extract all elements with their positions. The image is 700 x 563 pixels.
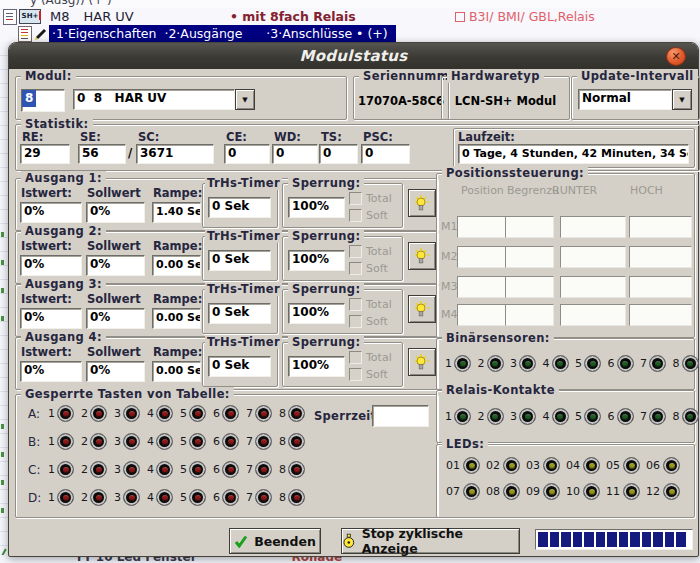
close-icon[interactable]: ✕ [666, 47, 686, 66]
led-row-c: 12345678 [48, 461, 312, 478]
module-id: M8 [50, 9, 70, 24]
lamp-button[interactable] [408, 295, 436, 323]
led-lamp-icon [222, 433, 239, 450]
led-indicator: 1 [445, 355, 471, 372]
blinking-lamp-icon [342, 533, 356, 549]
update-intervall-combobox[interactable]: Normal ▼ [578, 89, 692, 110]
stat-label-sc: SC: [138, 130, 159, 144]
led-indicator: 01 [445, 457, 485, 474]
group-leds: LEDs: 010203040506070809101112 [436, 444, 695, 518]
led-lamp-icon [682, 408, 699, 425]
lamp-button[interactable] [408, 189, 436, 217]
led-lamp-icon [123, 405, 140, 422]
led-lamp-icon [623, 457, 640, 474]
group-title-ausgang-2: Ausgang 2: [21, 224, 106, 238]
led-lamp-icon [503, 457, 520, 474]
sperrung-value: 100% [288, 250, 345, 271]
led-indicator: 2 [81, 461, 107, 478]
led-indicator: 8 [673, 408, 699, 425]
group-update-intervall: Update-Intervall Normal ▼ [571, 76, 700, 120]
led-lamp-icon [57, 461, 74, 478]
led-indicator: 5 [180, 489, 206, 506]
led-lamp-icon [543, 483, 560, 500]
led-indicator: 11 [605, 483, 645, 500]
led-lamp-icon [222, 489, 239, 506]
progress-bar [535, 529, 693, 550]
group-title-gesperrte-tasten: Gesperrte Tasten von Tabelle: [21, 387, 234, 401]
dialog-body: Modul: 8 0 8 HAR UV ▼ Seriennummer: 1707… [9, 69, 698, 556]
led-indicator: 3 [114, 461, 140, 478]
led-lamp-icon [454, 408, 471, 425]
lamp-button[interactable] [408, 242, 436, 270]
istwert-value: 0% [20, 202, 82, 223]
lamp-icon [414, 195, 430, 211]
runter-field [560, 304, 626, 326]
position-field [457, 246, 506, 268]
module-sh-icon: SH+ [19, 9, 41, 24]
begrenzung-field [505, 304, 554, 326]
sperrzeit-input[interactable] [372, 405, 429, 427]
trhs-value: 0 Sek [208, 197, 271, 218]
hoch-field [629, 276, 692, 298]
istwert-value: 0% [20, 308, 82, 329]
led-indicator: 8 [279, 461, 305, 478]
module-flags: B3I/ BMI/ GBL,Relais [455, 9, 595, 24]
led-lamp-icon [288, 433, 305, 450]
led-lamp-icon [682, 355, 699, 372]
stat-label-ce: CE: [226, 130, 247, 144]
chevron-down-icon[interactable]: ▼ [235, 89, 255, 110]
led-indicator: 8 [279, 433, 305, 450]
led-indicator: 5 [180, 405, 206, 422]
led-indicator: 1 [48, 489, 74, 506]
led-lamp-icon [463, 483, 480, 500]
group-title-ausgang-3: Ausgang 3: [21, 277, 106, 291]
led-lamp-icon [255, 461, 272, 478]
lamp-button[interactable] [408, 348, 436, 376]
led-indicator: 2 [81, 405, 107, 422]
led-indicator: 7 [246, 461, 272, 478]
led-indicator: 1 [48, 405, 74, 422]
led-indicator: 3 [114, 489, 140, 506]
led-indicator: 8 [673, 355, 699, 372]
stat-value-sc: 3671 [136, 144, 214, 164]
progress-segment [596, 532, 606, 547]
hoch-field [629, 304, 692, 326]
progress-segment [584, 532, 594, 547]
module-tree-row[interactable]: SH+ M8 HAR UV • mit 8fach Relais B3I/ BM… [0, 8, 700, 26]
stop-button[interactable]: Stop zyklische Anzeige [341, 528, 520, 554]
rampe-value: 1.40 Sek [152, 202, 201, 223]
led-lamp-icon [288, 489, 305, 506]
led-indicator: 4 [147, 489, 173, 506]
modul-number-input[interactable]: 8 [21, 89, 65, 112]
stat-value-re: 29 [20, 144, 70, 164]
laufzeit-value: 0 Tage, 4 Stunden, 42 Minuten, 34 Sekund [458, 144, 689, 164]
led-lamp-icon [454, 355, 471, 372]
modul-combobox[interactable]: 0 8 HAR UV ▼ [73, 89, 255, 110]
led-lamp-icon [519, 408, 536, 425]
led-indicator: 5 [180, 461, 206, 478]
led-indicator: 8 [279, 489, 305, 506]
led-lamp-icon [552, 355, 569, 372]
led-indicator: 4 [147, 433, 173, 450]
binaersensoren-leds: 12345678 [445, 355, 700, 372]
led-lamp-icon [90, 489, 107, 506]
led-indicator: 3 [114, 433, 140, 450]
beenden-button[interactable]: Beenden [229, 528, 321, 554]
soft-checkbox [349, 315, 362, 328]
chevron-down-icon[interactable]: ▼ [672, 89, 692, 110]
selected-subtabs[interactable]: ·1·Eigenschaften ·2·Ausgänge ·3·Anschlüs… [49, 25, 396, 43]
document-edit-icon [18, 26, 32, 42]
rampe-value: 0.00 Sek [152, 255, 201, 276]
led-lamp-icon [90, 461, 107, 478]
led-lamp-icon [487, 408, 504, 425]
led-indicator: 2 [81, 433, 107, 450]
led-lamp-icon [649, 408, 666, 425]
progress-segment [653, 532, 663, 547]
dialog-titlebar[interactable]: Modulstatus ✕ [9, 43, 698, 69]
led-indicator: 7 [246, 405, 272, 422]
led-lamp-icon [156, 405, 173, 422]
istwert-value: 0% [20, 255, 82, 276]
stat-value-wd: 0 [272, 144, 318, 164]
sollwert-value: 0% [86, 202, 145, 223]
led-indicator: 04 [565, 457, 605, 474]
